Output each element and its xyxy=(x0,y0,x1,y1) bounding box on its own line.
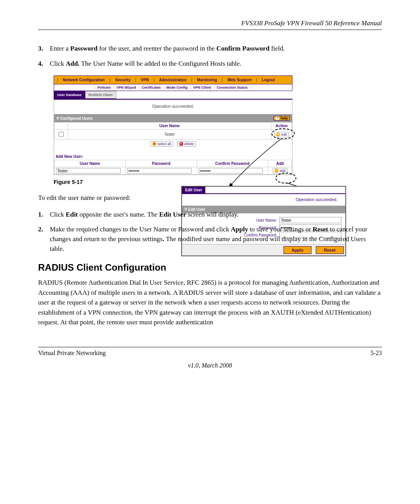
add-button[interactable]: +add xyxy=(273,168,287,173)
nav-logout[interactable]: Logout xyxy=(259,77,277,83)
edit-step-2: Make the required changes to the User Na… xyxy=(50,226,367,252)
sub-nav: ::Policies ::VPN Wizard ::Certificates :… xyxy=(54,84,292,91)
subnav-modeconfig[interactable]: Mode Config xyxy=(166,86,188,89)
subnav-policies[interactable]: Policies xyxy=(98,86,111,89)
editwin-status: Operation succeeded. xyxy=(182,194,345,206)
col-username: User Name xyxy=(68,122,271,130)
steps-list: 3.Enter a Password for the user, and ree… xyxy=(38,44,382,68)
add-password-input[interactable] xyxy=(127,168,192,173)
subnav-vpnwizard[interactable]: VPN Wizard xyxy=(116,86,136,89)
status-text: Operation succeeded. xyxy=(54,100,292,114)
figure-caption: Figure 5-17 xyxy=(54,179,382,185)
section-configured-users: ⠿ Configured Users ?help xyxy=(54,114,292,122)
tab-radius-client[interactable]: RADIUS Client xyxy=(85,91,116,99)
footer-left: Virtual Private Networking xyxy=(38,350,106,357)
subnav-certificates[interactable]: Certificates xyxy=(142,86,161,89)
add-user-table: User Name Password Confirm Password Add … xyxy=(54,160,292,175)
addcol-pass: Password xyxy=(126,160,197,167)
nav-network-config[interactable]: Network Configuration xyxy=(61,77,107,83)
doc-header: FVS338 ProSafe VPN Firewall 50 Reference… xyxy=(38,19,382,30)
addcol-confirm: Confirm Password xyxy=(197,160,268,167)
configured-users-table: User Name Action Tester ✎edit xyxy=(54,122,292,140)
nav-monitoring[interactable]: Monitoring xyxy=(194,77,219,83)
add-new-user-heading: Add New User: xyxy=(54,152,292,160)
nav-vpn[interactable]: VPN xyxy=(138,77,151,83)
delete-button[interactable]: ✕delete xyxy=(177,141,196,147)
section-heading: RADIUS Client Configuration xyxy=(38,262,382,273)
nav-websupport[interactable]: Web Support xyxy=(225,77,254,83)
help-button[interactable]: ?help xyxy=(273,116,290,121)
addcol-user: User Name xyxy=(54,160,126,167)
nav-security[interactable]: Security xyxy=(113,77,133,83)
edit-button[interactable]: ✎edit xyxy=(274,132,289,137)
step-4: Click Add. The User Name will be added t… xyxy=(50,60,242,67)
editwin-tab: Edit User xyxy=(182,187,205,193)
plus-icon: + xyxy=(275,169,278,173)
selectall-button[interactable]: ✓select all xyxy=(150,141,173,147)
edit-step-1: Click Edit opposite the user's name. The… xyxy=(50,211,239,218)
edit-steps: 1.Click Edit opposite the user's name. T… xyxy=(38,210,382,254)
subnav-connstatus[interactable]: Connection Status xyxy=(217,86,248,89)
help-icon: ? xyxy=(275,116,279,120)
bulk-buttons: ✓select all ✕delete xyxy=(54,140,292,152)
addcol-add: Add xyxy=(268,160,292,167)
nav-admin[interactable]: Administration xyxy=(157,77,189,83)
footer-right: 5-23 xyxy=(371,350,382,357)
col-action: Action xyxy=(271,122,292,130)
add-confirm-input[interactable] xyxy=(199,168,263,173)
subnav-vpnclient[interactable]: VPN Client xyxy=(193,86,211,89)
tabs: User Database RADIUS Client xyxy=(54,91,292,99)
app-shell: | Network Configuration| Security| VPN| … xyxy=(54,75,292,175)
step-3: Enter a Password for the user, and reent… xyxy=(50,45,285,52)
figure-5-17: | Network Configuration| Security| VPN| … xyxy=(54,75,345,175)
row-checkbox[interactable] xyxy=(59,132,64,137)
top-nav: | Network Configuration| Security| VPN| … xyxy=(54,75,292,84)
edit-icon: ✎ xyxy=(276,133,280,136)
footer: Virtual Private Networking 5-23 v1.0, Ma… xyxy=(38,347,382,369)
panel: Operation succeeded. ⠿ Configured Users … xyxy=(54,100,292,175)
cell-username: Tester xyxy=(68,130,271,140)
footer-version: v1.0, March 2008 xyxy=(38,362,382,369)
delete-icon: ✕ xyxy=(179,142,183,146)
radius-paragraph: RADIUS (Remote Authentication Dial In Us… xyxy=(38,278,382,327)
table-row: Tester ✎edit xyxy=(54,130,292,140)
add-username-input[interactable] xyxy=(56,168,121,173)
check-icon: ✓ xyxy=(152,142,156,146)
tab-user-database[interactable]: User Database xyxy=(54,91,85,99)
